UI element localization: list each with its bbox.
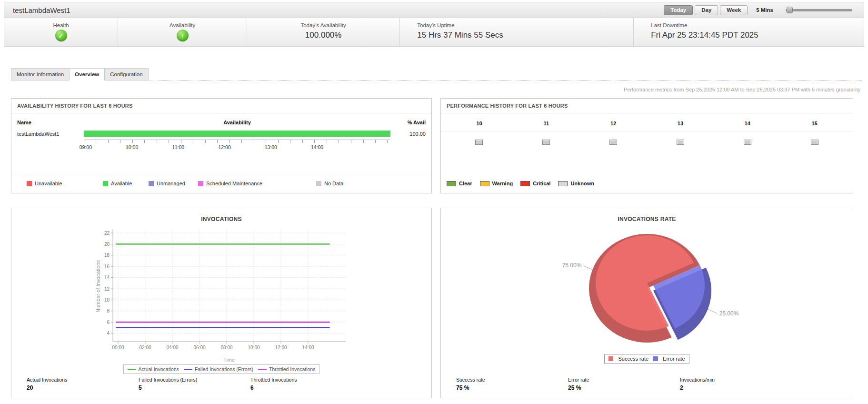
day-button[interactable]: Day: [695, 5, 718, 15]
svg-text:08:00: 08:00: [220, 345, 232, 350]
health-ok-icon: ✓: [55, 30, 67, 41]
legend-item: Unmanaged: [149, 181, 185, 186]
status-square-15[interactable]: [811, 140, 818, 145]
todays-availability-cell: Today's Availability 100.000%: [247, 18, 399, 46]
legend-swatch: [520, 181, 530, 186]
perf-hour-label: 13: [647, 121, 714, 126]
availability-cell: Availability ↑: [118, 18, 247, 46]
status-square-13[interactable]: [677, 140, 684, 145]
legend-line-swatch: [184, 369, 192, 370]
stat-value: 5: [139, 384, 250, 391]
tab-overview[interactable]: Overview: [70, 68, 105, 81]
perf-square-cell: [781, 138, 848, 147]
svg-text:14: 14: [104, 275, 110, 280]
status-square-10[interactable]: [475, 140, 483, 145]
stat-value: 75 %: [456, 384, 568, 391]
legend-item: Warning: [480, 181, 513, 186]
tab-configuration[interactable]: Configuration: [105, 68, 148, 81]
svg-text:22: 22: [104, 231, 110, 236]
legend-line-swatch: [128, 369, 136, 370]
legend-swatch: [653, 356, 658, 361]
svg-text:14:00: 14:00: [302, 345, 314, 350]
perf-square-cell: [647, 138, 714, 147]
perf-square-cell: [580, 138, 647, 147]
invocations-rate-svg: 75.00%25.00%: [441, 222, 853, 352]
health-label: Health: [4, 22, 118, 28]
performance-history-panel: PERFORMANCE HISTORY FOR LAST 6 HOURS 101…: [440, 98, 853, 193]
pie-error-label: 25.00%: [719, 310, 739, 317]
availability-legend: UnavailableAvailableUnmanagedScheduled M…: [11, 175, 431, 193]
tab-strip: Monitor Information Overview Configurati…: [11, 68, 862, 81]
availability-label: Availability: [118, 22, 247, 28]
svg-text:12:00: 12:00: [275, 345, 287, 350]
stat: Throttled Invocations6: [250, 377, 362, 391]
stat-value: 20: [27, 384, 139, 391]
status-bar: Health ✓ Availability ↑ Today's Availabi…: [4, 18, 864, 46]
legend-line-swatch: [258, 369, 267, 370]
svg-text:06:00: 06:00: [193, 345, 205, 350]
svg-text:Number of Invocations: Number of Invocations: [95, 260, 101, 313]
perf-hour-label: 14: [714, 121, 781, 126]
legend-swatch: [27, 181, 32, 186]
axis-tick-label: 09:00: [80, 144, 92, 150]
invocations-rate-legend: Success rateError rate: [604, 354, 689, 364]
invocations-chart-svg: 00:0002:0004:0006:0008:0010:0012:0014:00…: [11, 224, 430, 364]
stat: Invocations/min2: [680, 377, 792, 391]
legend-swatch: [558, 181, 568, 186]
last-downtime-cell: Last Downtime Fri Apr 25 23:14:45 PDT 20…: [633, 18, 864, 46]
window-titlebar: testLambdaWest1 Today Day Week 5 Mins: [4, 2, 864, 18]
todays-uptime-value: 15 Hrs 37 Mins 55 Secs: [417, 30, 633, 40]
monitor-summary-box: testLambdaWest1 Today Day Week 5 Mins He…: [4, 2, 864, 47]
todays-availability-label: Today's Availability: [247, 22, 399, 28]
svg-text:Time: Time: [223, 357, 235, 363]
stat-value: 25 %: [568, 384, 680, 391]
availability-history-title: AVAILABILITY HISTORY FOR LAST 6 HOURS: [11, 99, 431, 113]
monitor-name: testLambdaWest1: [17, 131, 84, 137]
legend-item: Unknown: [558, 181, 594, 186]
legend-swatch: [447, 181, 456, 186]
svg-text:04:00: 04:00: [166, 345, 178, 350]
legend-swatch: [198, 181, 203, 186]
col-availability: Availability: [84, 120, 390, 125]
axis-tick-label: 10:00: [126, 144, 138, 150]
stat-value: 6: [250, 384, 362, 391]
perf-squares-row: [441, 132, 853, 153]
perf-hour-label: 11: [513, 121, 580, 126]
legend-swatch: [609, 356, 613, 361]
legend-item: Available: [103, 181, 132, 186]
range-controls: Today Day Week 5 Mins: [662, 5, 857, 15]
invocations-rate-panel: INVOCATIONS RATE 75.00%25.00% Success ra…: [440, 208, 853, 398]
axis-tick-label: 12:00: [218, 144, 230, 150]
perf-square-cell: [446, 138, 513, 147]
col-percent-avail: % Avail: [390, 120, 426, 125]
status-square-12[interactable]: [609, 140, 617, 145]
status-square-14[interactable]: [744, 140, 751, 145]
performance-metrics-note: Performance metrics from Sep 25,2025 12:…: [0, 87, 860, 92]
health-cell: Health ✓: [4, 18, 118, 46]
tab-monitor-information[interactable]: Monitor Information: [11, 68, 70, 81]
stat: Failed Invocations (Errors)5: [139, 377, 250, 391]
performance-legend: ClearWarningCriticalUnknown: [441, 181, 853, 193]
legend-item: Throttled Invocations: [258, 366, 315, 372]
last-downtime-label: Last Downtime: [651, 22, 864, 28]
availability-bar-track: [84, 131, 390, 137]
invocations-stats-row: Actual Invocations20Failed Invocations (…: [11, 377, 431, 398]
legend-item: Failed Invocations (Errors): [184, 366, 253, 372]
availability-axis-labels: 09:0010:0011:0012:0013:0014:00: [84, 144, 390, 152]
week-button[interactable]: Week: [720, 5, 748, 15]
todays-uptime-cell: Today's Uptime 15 Hrs 37 Mins 55 Secs: [399, 18, 633, 46]
pie-success-label: 75.00%: [562, 262, 582, 269]
granularity-slider[interactable]: [786, 9, 852, 11]
invocations-rate-title: INVOCATIONS RATE: [441, 208, 853, 222]
legend-item: Clear: [447, 181, 472, 186]
slider-handle[interactable]: [787, 7, 793, 13]
availability-table-row: testLambdaWest1 100.00: [11, 129, 431, 139]
stat: Actual Invocations20: [27, 377, 139, 391]
legend-item: Scheduled Maintenance: [198, 181, 262, 186]
today-button[interactable]: Today: [664, 5, 693, 15]
axis-tick-label: 14:00: [311, 144, 323, 150]
legend-item: No Data: [316, 181, 343, 186]
stat-label: Failed Invocations (Errors): [139, 377, 250, 383]
status-square-11[interactable]: [542, 140, 550, 145]
legend-item: Unavailable: [27, 181, 62, 186]
